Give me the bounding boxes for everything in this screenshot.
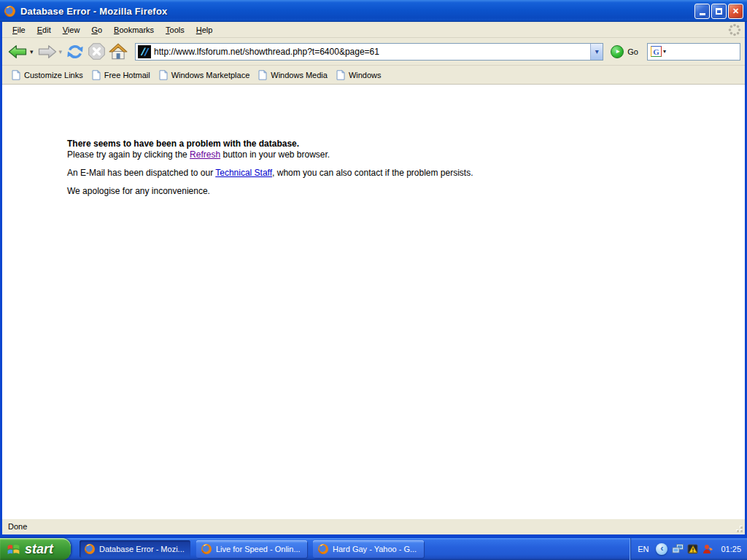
- bookmark-windows-marketplace[interactable]: Windows Marketplace: [155, 69, 255, 82]
- bookmark-windows-media[interactable]: Windows Media: [255, 69, 333, 82]
- menu-help[interactable]: Help: [190, 23, 219, 36]
- home-button[interactable]: [107, 40, 129, 63]
- maximize-icon: [716, 8, 722, 15]
- bookmark-free-hotmail[interactable]: Free Hotmail: [88, 69, 155, 82]
- bookmark-page-icon: [92, 70, 101, 80]
- task-label: Database Error - Mozi...: [99, 545, 185, 553]
- google-icon[interactable]: G: [651, 46, 662, 57]
- forward-dropdown[interactable]: ▾: [58, 48, 65, 55]
- clock: 01:25: [721, 545, 741, 553]
- bookmark-label: Free Hotmail: [104, 71, 150, 79]
- tray-collapse-button[interactable]: ‹: [656, 543, 667, 555]
- task-label: Hard Gay - Yahoo - G...: [333, 545, 417, 553]
- url-input[interactable]: [154, 44, 590, 59]
- status-text: Done: [8, 522, 27, 531]
- window-title: Database Error - Mozilla Firefox: [20, 6, 693, 17]
- maximize-button[interactable]: [711, 4, 727, 19]
- reload-button[interactable]: [64, 40, 86, 63]
- resize-grip[interactable]: [734, 524, 743, 533]
- bookmark-page-icon: [159, 70, 168, 80]
- chevron-left-icon: ‹: [660, 542, 663, 553]
- menu-bookmarks[interactable]: Bookmarks: [108, 23, 160, 36]
- windows-logo-icon: [6, 542, 21, 557]
- error-line-refresh: Please try again by clicking the Refresh…: [67, 149, 745, 160]
- firefox-icon: [84, 543, 96, 555]
- start-label: start: [25, 542, 53, 557]
- search-engine-dropdown[interactable]: ▾: [662, 48, 668, 55]
- bookmark-label: Windows: [349, 71, 382, 79]
- firefox-icon: [4, 5, 16, 18]
- language-indicator[interactable]: EN: [638, 545, 649, 553]
- back-icon: [8, 44, 28, 60]
- search-input[interactable]: [670, 45, 740, 58]
- bookmark-label: Customize Links: [24, 71, 83, 79]
- back-dropdown[interactable]: ▾: [29, 48, 36, 55]
- search-box: G ▾: [647, 43, 740, 61]
- go-label: Go: [627, 47, 638, 56]
- bookmark-label: Windows Media: [271, 71, 328, 79]
- system-tray: EN ‹ 01:25: [630, 538, 747, 560]
- bookmarks-toolbar: Customize Links Free Hotmail Windows Mar…: [2, 66, 745, 85]
- browser-window: Database Error - Mozilla Firefox ✕ File …: [0, 0, 747, 538]
- content-area: There seems to have been a problem with …: [2, 85, 745, 518]
- reload-icon: [66, 42, 85, 61]
- bookmark-page-icon: [336, 70, 345, 80]
- navigation-toolbar: ▾ ▾: [2, 38, 745, 66]
- minimize-button[interactable]: [694, 4, 710, 19]
- bookmark-label: Windows Marketplace: [171, 71, 250, 79]
- refresh-link[interactable]: Refresh: [190, 149, 220, 160]
- minimize-icon: [700, 13, 705, 15]
- menu-go[interactable]: Go: [85, 23, 108, 36]
- task-database-error[interactable]: Database Error - Mozi...: [80, 540, 190, 558]
- menu-file[interactable]: File: [7, 23, 31, 36]
- address-bar: ▾: [135, 43, 603, 61]
- menu-tools[interactable]: Tools: [160, 23, 190, 36]
- menu-edit[interactable]: Edit: [31, 23, 57, 36]
- go-icon: ►: [611, 45, 624, 58]
- menu-bar: File Edit View Go Bookmarks Tools Help: [2, 22, 745, 38]
- task-hard-gay-yahoo[interactable]: Hard Gay - Yahoo - G...: [313, 540, 424, 558]
- alert-icon[interactable]: [687, 543, 699, 555]
- firefox-icon: [317, 543, 329, 555]
- stop-button[interactable]: [86, 40, 107, 63]
- go-button[interactable]: ► Go: [611, 45, 638, 58]
- error-line-email: An E-Mail has been dispatched to our Tec…: [67, 168, 745, 178]
- home-icon: [109, 43, 128, 61]
- bookmark-page-icon: [12, 70, 20, 80]
- taskbar: start Database Error - Mozi... Live for …: [0, 538, 747, 560]
- bookmark-page-icon: [258, 70, 267, 80]
- close-icon: ✕: [732, 7, 739, 16]
- task-buttons: Database Error - Mozi... Live for Speed …: [80, 540, 630, 558]
- forward-icon: [37, 44, 57, 60]
- status-bar: Done: [2, 518, 745, 534]
- url-dropdown-button[interactable]: ▾: [590, 44, 603, 60]
- start-button[interactable]: start: [0, 538, 71, 560]
- task-label: Live for Speed - Onlin...: [216, 545, 301, 553]
- technical-staff-link[interactable]: Technical Staff: [215, 168, 272, 178]
- error-line-apology: We apologise for any inconvenience.: [67, 186, 745, 196]
- forward-button[interactable]: [36, 40, 58, 63]
- close-button[interactable]: ✕: [728, 4, 743, 19]
- firefox-icon: [201, 543, 212, 555]
- chevron-down-icon: ▾: [595, 47, 599, 55]
- site-favicon: [138, 45, 151, 58]
- stop-icon: [88, 42, 106, 61]
- error-heading: There seems to have been a problem with …: [67, 139, 745, 149]
- bookmark-windows[interactable]: Windows: [333, 69, 387, 82]
- menu-view[interactable]: View: [57, 23, 86, 36]
- back-button[interactable]: [7, 40, 29, 63]
- bookmark-customize-links[interactable]: Customize Links: [8, 69, 88, 82]
- title-bar: Database Error - Mozilla Firefox ✕: [0, 0, 747, 22]
- throbber-icon: [727, 23, 742, 37]
- messenger-icon[interactable]: [702, 543, 713, 555]
- task-live-for-speed[interactable]: Live for Speed - Onlin...: [196, 540, 307, 558]
- network-icon[interactable]: [672, 543, 684, 555]
